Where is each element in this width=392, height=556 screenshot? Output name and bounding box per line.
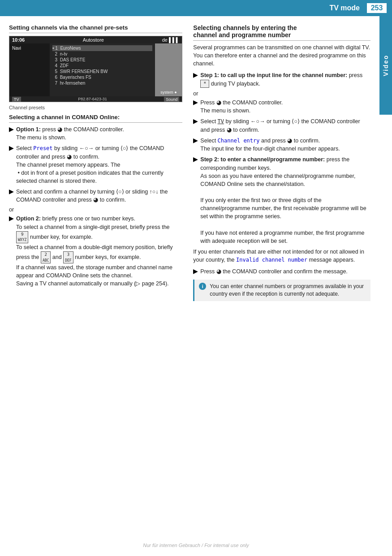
right-bullet-3: ▶ Select TV by sliding ←○→ or turning ⟨○… <box>193 117 370 134</box>
right-column: Selecting channels by entering thechanne… <box>193 24 370 301</box>
or-separator-left: or <box>9 207 182 213</box>
tv-channel-list: • 1 EuroNews 2 n-tv 3 DAS ERSTE 4 ZDF 5 … <box>50 43 155 96</box>
bullet-arrow-icon: ▶ <box>193 99 198 107</box>
left-bullet-2: ▶ Select Preset by sliding ←○→ or turnin… <box>9 144 182 185</box>
key-3def: 3DEF <box>63 251 73 263</box>
right-bullet-1: ▶ Step 1: to call up the input line for … <box>193 71 370 88</box>
tv-btn-tv: TV <box>12 97 21 102</box>
tv-code: P82.87-6423-31 <box>78 97 107 102</box>
right-section-heading: Selecting channels by entering thechanne… <box>193 24 370 41</box>
info-icon: i <box>199 283 206 290</box>
option2-label: Option 2: <box>16 216 41 222</box>
tv-right-panel: system ● <box>155 43 182 96</box>
footer-text: Nur für internen Gebrauch / For internal… <box>143 543 249 548</box>
step1-label: Step 1: to call up the input line for th… <box>200 72 347 78</box>
right-bullet-content-3: Select TV by sliding ←○→ or turning ⟨○⟩ … <box>200 117 370 134</box>
tv-body: Navi • 1 EuroNews 2 n-tv 3 DAS ERSTE 4 Z… <box>9 43 182 96</box>
page-number: 253 <box>367 3 387 13</box>
main-content: Setting channels via the channel pre-set… <box>0 16 379 328</box>
right-bullet-4: ▶ Select Channel entry and press ◕ to co… <box>193 137 370 153</box>
tv-menu-navi: Navi <box>9 45 50 51</box>
bullet-content-3: Select and confirm a channel by turning … <box>16 188 182 204</box>
right-bullet-5: ▶ Step 2: to enter a channel/programme n… <box>193 155 370 245</box>
tv-nav-menu: Navi <box>9 43 50 96</box>
bullet-arrow-icon: ▶ <box>9 144 13 153</box>
right-press-content: Press ◕ the COMAND controller and confir… <box>200 267 370 276</box>
side-label-text: Video <box>382 55 389 76</box>
bullet-arrow-icon: ▶ <box>193 267 198 276</box>
channel-entry-code: Channel entry <box>218 138 260 144</box>
left-column: Setting channels via the channel pre-set… <box>9 24 182 301</box>
left-section-heading: Setting channels via the channel pre-set… <box>9 24 182 33</box>
tv-bottom-bar: TV P82.87-6423-31 Sound <box>9 96 182 102</box>
tv-channel-row: • 1 EuroNews <box>52 45 152 51</box>
tv-channel-row: 7 hr-fernsehen <box>52 80 152 86</box>
left-bullet-1: ▶ Option 1: press ◕ the COMAND controlle… <box>9 125 182 142</box>
right-bullet-content-5: Step 2: to enter a channel/programme num… <box>200 155 370 245</box>
right-footer-para: If you enter channels that are either no… <box>193 248 370 264</box>
bullet-content-4: Option 2: briefly press one or two numbe… <box>16 215 182 288</box>
left-bullet-4: ▶ Option 2: briefly press one or two num… <box>9 215 182 288</box>
left-bullet-3: ▶ Select and confirm a channel by turnin… <box>9 188 182 204</box>
info-row: i You can enter channel numbers or progr… <box>199 283 366 298</box>
tv-screenshot: 10:06 Autostore de ▌▌▌ Navi • 1 EuroNews… <box>9 36 182 102</box>
bullet-content-1: Option 1: press ◕ the COMAND controller.… <box>16 125 182 142</box>
header-bar: TV mode 253 <box>0 0 392 16</box>
bullet-arrow-icon: ▶ <box>193 117 198 126</box>
tv-channel-row: 4 ZDF <box>52 63 152 69</box>
key-2abc: 2ABC <box>41 251 51 263</box>
tv-channel-row: 2 n-tv <box>52 51 152 57</box>
tv-code-mono: TV <box>218 118 224 125</box>
right-bullet-content-1: Step 1: to call up the input line for th… <box>200 71 370 88</box>
tv-channel-row: 3 DAS ERSTE <box>52 57 152 63</box>
tv-channel-row: 5 SWR FERNSEHEN BW <box>52 69 152 74</box>
right-press-para: ▶ Press ◕ the COMAND controller and conf… <box>193 267 370 276</box>
right-bullet-content-4: Select Channel entry and press ◕ to conf… <box>200 137 370 153</box>
bullet-arrow-icon: ▶ <box>193 71 198 80</box>
preset-code: Preset <box>33 145 52 151</box>
tv-menu-spacer <box>9 51 50 53</box>
bullet-arrow-icon: ▶ <box>9 188 13 196</box>
key-9wxyz: 9WXYZ <box>16 231 28 243</box>
option1-label: Option 1: <box>16 126 41 133</box>
right-bullet-2: ▶ Press ◕ the COMAND controller. The men… <box>193 99 370 115</box>
tv-autostore-label: Autostore <box>83 37 104 43</box>
bullet-arrow-icon: ▶ <box>193 155 198 164</box>
side-label: Video <box>379 16 392 115</box>
tv-right-label: de ▌▌▌ <box>162 37 180 43</box>
bullet-arrow-icon: ▶ <box>193 137 198 145</box>
bullet-arrow-icon: ▶ <box>9 215 13 223</box>
invalid-channel-code: Invalid channel number <box>236 257 307 263</box>
right-intro: Several programmes can be transmitted on… <box>193 43 370 68</box>
left-sub-heading: Selecting a channel in COMAND Online: <box>9 114 182 123</box>
header-title: TV mode <box>0 4 367 12</box>
tv-caption: Channel presets <box>9 105 182 110</box>
footer: Nur für internen Gebrauch / For internal… <box>0 543 392 548</box>
bullet-content-2: Select Preset by sliding ←○→ or turning … <box>16 144 182 185</box>
bullet-arrow-icon: ▶ <box>9 125 13 134</box>
info-box: i You can enter channel numbers or progr… <box>193 280 370 301</box>
right-bullet-content-2: Press ◕ the COMAND controller. The menu … <box>200 99 370 115</box>
info-text: You can enter channel numbers or program… <box>210 283 366 298</box>
or-separator-right: or <box>193 91 370 97</box>
tv-top-bar: 10:06 Autostore de ▌▌▌ <box>9 36 182 43</box>
tv-channel-row: 6 Bayerisches FS <box>52 74 152 80</box>
step2-label: Step 2: to enter a channel/programme num… <box>200 156 325 163</box>
tv-btn-sound: Sound <box>164 97 179 102</box>
tv-time: 10:06 <box>12 37 25 43</box>
key-star: * <box>200 80 209 88</box>
